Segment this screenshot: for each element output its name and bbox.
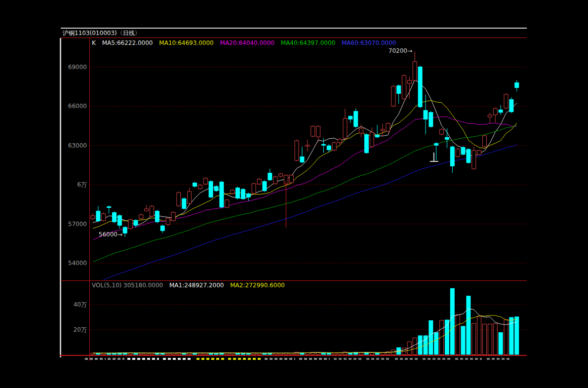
candle-up xyxy=(225,200,229,207)
candle-up xyxy=(177,193,181,206)
volume-bar xyxy=(257,353,261,354)
candle-up xyxy=(402,76,406,99)
candle-up xyxy=(504,94,508,108)
candle-down xyxy=(461,147,466,155)
volume-bar xyxy=(461,326,466,354)
volume-bar xyxy=(274,353,277,354)
candle-down xyxy=(450,147,455,166)
volume-bar xyxy=(289,353,293,354)
desktop: { "window": { "title": "沪铜1103(010003)〈日… xyxy=(0,0,588,388)
grid-lines xyxy=(90,67,526,330)
candle-down xyxy=(429,112,433,127)
candle-down xyxy=(434,143,438,146)
candle-down xyxy=(107,206,111,208)
candle-down xyxy=(375,135,380,137)
clipped-text-fragment xyxy=(366,358,391,360)
volume-bar xyxy=(166,353,170,355)
volume-bar xyxy=(327,353,331,355)
volume-bar xyxy=(225,353,229,354)
chart-canvas[interactable] xyxy=(0,0,588,388)
candle-up xyxy=(295,141,299,160)
candle-up xyxy=(252,184,256,194)
candle-down xyxy=(327,146,331,150)
volume-bar xyxy=(198,353,202,354)
volume-bar xyxy=(456,314,460,354)
candle-up xyxy=(166,218,170,225)
candle-down xyxy=(209,181,213,197)
candle-up xyxy=(102,214,106,221)
volume-bar xyxy=(139,353,143,355)
volume-bar xyxy=(370,352,374,354)
candle-down xyxy=(193,183,197,187)
volume-bar xyxy=(338,353,342,355)
clipped-text-fragment xyxy=(127,358,159,360)
volume-bar xyxy=(171,353,175,354)
candle-up xyxy=(139,215,143,219)
candle-up xyxy=(311,126,315,136)
candle-up xyxy=(483,136,487,147)
candle-up xyxy=(203,178,207,184)
candle-down xyxy=(155,211,159,222)
volume-bar xyxy=(332,353,336,354)
candle-down xyxy=(235,188,240,198)
candle-up xyxy=(316,126,320,137)
candle-down xyxy=(268,173,272,180)
candle-down xyxy=(133,220,138,226)
candle-up xyxy=(477,151,481,155)
volume-bar xyxy=(102,353,106,355)
candle-down xyxy=(364,134,369,153)
clipped-text-fragment xyxy=(395,358,418,360)
volume-bar xyxy=(477,316,481,354)
volume-bar xyxy=(375,353,380,355)
clipped-text-fragment xyxy=(163,358,193,360)
candle-up xyxy=(145,209,149,211)
volume-bar xyxy=(434,332,438,354)
volume-bar xyxy=(91,353,95,354)
chart-annotations xyxy=(286,153,438,228)
clipped-text-fragment xyxy=(334,358,361,360)
volume-bar xyxy=(413,338,417,355)
volume-chart xyxy=(91,288,519,355)
volume-bar xyxy=(472,323,476,354)
candle-up xyxy=(392,86,395,106)
candle-down xyxy=(466,149,470,163)
candle-up xyxy=(343,118,347,138)
candle-up xyxy=(456,149,460,156)
candle-down xyxy=(396,85,401,94)
candle-down xyxy=(214,186,219,191)
candle-down xyxy=(112,212,117,222)
volume-bar xyxy=(193,353,197,354)
candle-down xyxy=(321,144,326,146)
clipped-text-fragment xyxy=(228,358,261,360)
clipped-text-fragment xyxy=(487,358,511,360)
price-chart xyxy=(91,51,519,284)
volume-bar xyxy=(499,332,503,354)
volume-bar xyxy=(241,353,245,354)
candle-down xyxy=(353,111,358,127)
candle-up xyxy=(472,151,476,169)
volume-bar xyxy=(429,320,433,355)
candle-down xyxy=(423,110,428,119)
candle-up xyxy=(278,174,282,176)
candle-up xyxy=(289,175,293,183)
high-price-annotation: 70200→ xyxy=(384,47,412,54)
volume-bar xyxy=(483,324,487,355)
candle-up xyxy=(306,145,310,146)
volume-bar xyxy=(445,320,449,355)
volume-bar xyxy=(493,323,497,354)
candle-up xyxy=(493,109,497,115)
candle-down xyxy=(509,99,513,112)
candle-up xyxy=(128,220,132,229)
volume-bar xyxy=(203,353,207,354)
clipped-text-fragment xyxy=(85,358,106,360)
candle-down xyxy=(262,181,267,191)
volume-bar xyxy=(133,353,138,354)
candle-down xyxy=(219,182,224,207)
candle-up xyxy=(413,62,417,80)
candle-up xyxy=(150,206,154,216)
candle-down xyxy=(246,194,251,197)
volume-bar xyxy=(145,353,149,354)
candle-down xyxy=(300,156,304,162)
candle-up xyxy=(386,123,390,131)
candle-up xyxy=(488,115,492,117)
